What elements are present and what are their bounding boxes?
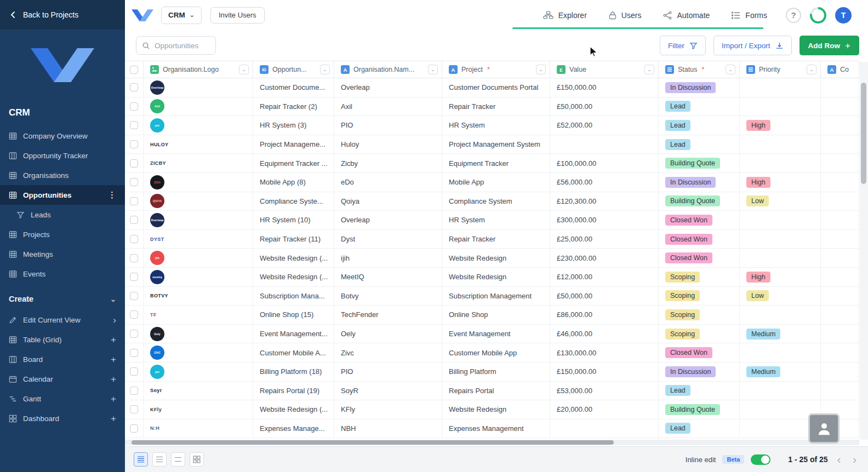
cell-project[interactable]: Expenses Management	[442, 419, 550, 439]
row-checkbox[interactable]	[125, 230, 144, 249]
cell-contact[interactable]	[821, 192, 859, 211]
cell-opportunity[interactable]: HR System (3)	[253, 116, 334, 135]
cell-value[interactable]: £50,000.00	[550, 287, 659, 306]
sidebar-item-opportunities[interactable]: Opportunities⋮	[0, 185, 125, 205]
cell-opportunity[interactable]: Billing Platform (18)	[253, 362, 334, 382]
cell-value[interactable]: £25,000.00	[550, 230, 659, 249]
cell-status[interactable]: In Discussion	[659, 78, 740, 97]
row-checkbox[interactable]	[125, 135, 144, 154]
cell-priority[interactable]: Low	[740, 192, 821, 211]
cell-project[interactable]: Customer Mobile App	[442, 343, 550, 362]
cell-organisation-name[interactable]: Axil	[334, 97, 442, 117]
chevron-right-icon[interactable]: ›	[111, 315, 118, 325]
cell-organisation-name[interactable]: Dyst	[334, 230, 442, 249]
cell-value[interactable]: £20,000.00	[550, 400, 659, 419]
invite-users-button[interactable]: Invite Users	[210, 7, 265, 24]
filter-button[interactable]: Filter	[660, 36, 706, 55]
sidebar-item-events[interactable]: Events	[0, 264, 125, 284]
workspace-selector[interactable]: CRM ⌄	[161, 7, 202, 24]
column-header-value[interactable]: £Value⌄	[550, 61, 659, 78]
row-checkbox[interactable]	[125, 154, 144, 173]
status-badge[interactable]: Building Quote	[665, 158, 720, 169]
status-badge[interactable]: Closed Won	[665, 252, 712, 263]
cell-project[interactable]: HR System	[442, 116, 550, 135]
select-all-checkbox[interactable]	[125, 61, 144, 78]
cell-opportunity[interactable]: Online Shop (15)	[253, 306, 334, 325]
cell-project[interactable]: Project Management System	[442, 135, 550, 154]
cell-contact[interactable]	[821, 116, 859, 135]
status-badge[interactable]: Lead	[665, 139, 690, 150]
cell-organisation-logo[interactable]: Axil	[144, 97, 253, 117]
cell-contact[interactable]	[821, 211, 859, 230]
row-checkbox[interactable]	[125, 400, 144, 419]
cell-status[interactable]: Scoping	[659, 287, 740, 306]
priority-badge[interactable]: High	[746, 120, 770, 131]
cell-status[interactable]: Lead	[659, 382, 740, 401]
cell-value[interactable]: £130,000.00	[550, 343, 659, 362]
vertical-scrollbar[interactable]	[860, 62, 868, 440]
cell-organisation-name[interactable]: MeetIQ	[334, 268, 442, 287]
cell-value[interactable]: £100,000.00	[550, 154, 659, 173]
cell-contact[interactable]	[821, 382, 859, 401]
cell-organisation-name[interactable]: Overleap	[334, 211, 442, 230]
column-header-project[interactable]: AProject*⌄	[442, 61, 550, 78]
cell-status[interactable]: Lead	[659, 135, 740, 154]
cell-priority[interactable]	[740, 343, 821, 362]
create-item-board[interactable]: Board+	[0, 349, 125, 369]
cell-status[interactable]: Closed Won	[659, 230, 740, 249]
row-checkbox[interactable]	[125, 173, 144, 192]
create-item-edit-current-view[interactable]: Edit Current View›	[0, 310, 125, 330]
nav-forms[interactable]: Forms	[732, 11, 767, 20]
card-view-button[interactable]	[190, 452, 204, 467]
status-badge[interactable]: Scoping	[665, 329, 700, 339]
priority-badge[interactable]: Medium	[746, 366, 780, 377]
cell-status[interactable]: Building Quote	[659, 400, 740, 419]
cell-priority[interactable]: High	[740, 268, 821, 287]
cell-organisation-logo[interactable]: ZICBY	[144, 154, 253, 173]
status-badge[interactable]: Scoping	[665, 272, 700, 283]
cell-value[interactable]: £50,000.00	[550, 97, 659, 117]
cell-value[interactable]: £86,000.00	[550, 306, 659, 325]
cell-organisation-logo[interactable]: meetiq	[144, 268, 253, 287]
user-avatar[interactable]: T	[835, 7, 852, 24]
cell-contact[interactable]	[821, 173, 859, 192]
back-to-projects[interactable]: Back to Projects	[0, 0, 125, 30]
cell-value[interactable]: £53,000.00	[550, 382, 659, 401]
cell-opportunity[interactable]: Mobile App (8)	[253, 173, 334, 192]
cell-contact[interactable]	[821, 230, 859, 249]
row-checkbox[interactable]	[125, 343, 144, 362]
cell-priority[interactable]	[740, 135, 821, 154]
nav-automate[interactable]: Automate	[663, 11, 710, 20]
cell-value[interactable]	[550, 419, 659, 439]
cell-project[interactable]: Event Management	[442, 325, 550, 344]
cell-opportunity[interactable]: Subscription Mana...	[253, 287, 334, 306]
cell-organisation-name[interactable]: PIO	[334, 362, 442, 382]
cell-organisation-logo[interactable]: KFly	[144, 400, 253, 419]
cell-contact[interactable]	[821, 154, 859, 173]
cell-organisation-logo[interactable]: BOTVY	[144, 287, 253, 306]
status-badge[interactable]: Closed Won	[665, 215, 712, 226]
add-row-button[interactable]: Add Row +	[800, 36, 859, 55]
column-dropdown-icon[interactable]: ⌄	[428, 65, 438, 74]
status-badge[interactable]: Closed Won	[665, 234, 712, 245]
status-badge[interactable]: Lead	[665, 101, 690, 112]
cell-contact[interactable]	[821, 306, 859, 325]
cell-project[interactable]: Equipment Tracker	[442, 154, 550, 173]
item-options-icon[interactable]: ⋮	[106, 190, 118, 200]
status-badge[interactable]: Lead	[665, 385, 690, 396]
cell-value[interactable]: £52,000.00	[550, 116, 659, 135]
column-dropdown-icon[interactable]: ⌄	[726, 65, 735, 74]
horizontal-scrollbar[interactable]	[125, 440, 859, 445]
row-checkbox[interactable]	[125, 382, 144, 401]
cell-status[interactable]: Closed Won	[659, 211, 740, 230]
priority-badge[interactable]: High	[746, 272, 770, 283]
cell-organisation-logo[interactable]: pio	[144, 362, 253, 382]
row-checkbox[interactable]	[125, 268, 144, 287]
cell-opportunity[interactable]: Website Redesign (...	[253, 400, 334, 419]
column-header-priority[interactable]: Priority⌄	[740, 61, 821, 78]
app-logo-icon[interactable]	[132, 9, 153, 21]
cell-contact[interactable]	[821, 249, 859, 268]
cell-status[interactable]: Scoping	[659, 325, 740, 344]
cell-opportunity[interactable]: HR System (10)	[253, 211, 334, 230]
cell-organisation-name[interactable]: NBH	[334, 419, 442, 439]
